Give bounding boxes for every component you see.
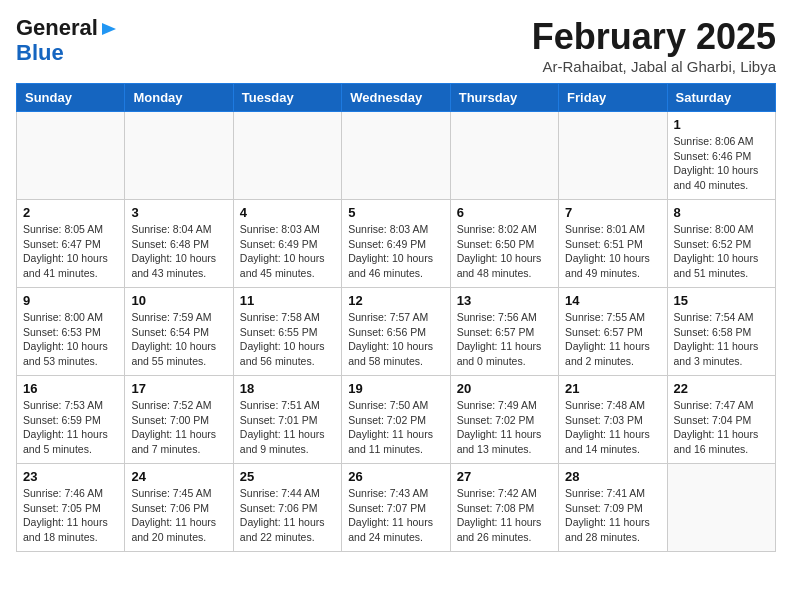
weekday-header: Thursday bbox=[450, 84, 558, 112]
calendar-table: SundayMondayTuesdayWednesdayThursdayFrid… bbox=[16, 83, 776, 552]
day-number: 26 bbox=[348, 469, 443, 484]
day-info: Sunrise: 7:54 AM Sunset: 6:58 PM Dayligh… bbox=[674, 310, 769, 369]
day-number: 5 bbox=[348, 205, 443, 220]
day-number: 16 bbox=[23, 381, 118, 396]
calendar-cell bbox=[667, 464, 775, 552]
weekday-header: Wednesday bbox=[342, 84, 450, 112]
day-number: 11 bbox=[240, 293, 335, 308]
calendar-cell: 16Sunrise: 7:53 AM Sunset: 6:59 PM Dayli… bbox=[17, 376, 125, 464]
day-info: Sunrise: 7:50 AM Sunset: 7:02 PM Dayligh… bbox=[348, 398, 443, 457]
calendar-cell: 20Sunrise: 7:49 AM Sunset: 7:02 PM Dayli… bbox=[450, 376, 558, 464]
day-info: Sunrise: 8:04 AM Sunset: 6:48 PM Dayligh… bbox=[131, 222, 226, 281]
calendar-cell: 4Sunrise: 8:03 AM Sunset: 6:49 PM Daylig… bbox=[233, 200, 341, 288]
day-info: Sunrise: 8:00 AM Sunset: 6:53 PM Dayligh… bbox=[23, 310, 118, 369]
calendar-header-row: SundayMondayTuesdayWednesdayThursdayFrid… bbox=[17, 84, 776, 112]
calendar-week-row: 1Sunrise: 8:06 AM Sunset: 6:46 PM Daylig… bbox=[17, 112, 776, 200]
calendar-cell: 2Sunrise: 8:05 AM Sunset: 6:47 PM Daylig… bbox=[17, 200, 125, 288]
day-number: 2 bbox=[23, 205, 118, 220]
weekday-header: Friday bbox=[559, 84, 667, 112]
day-number: 19 bbox=[348, 381, 443, 396]
calendar-cell: 22Sunrise: 7:47 AM Sunset: 7:04 PM Dayli… bbox=[667, 376, 775, 464]
day-number: 17 bbox=[131, 381, 226, 396]
calendar-cell: 27Sunrise: 7:42 AM Sunset: 7:08 PM Dayli… bbox=[450, 464, 558, 552]
calendar-cell: 25Sunrise: 7:44 AM Sunset: 7:06 PM Dayli… bbox=[233, 464, 341, 552]
day-number: 22 bbox=[674, 381, 769, 396]
month-title: February 2025 bbox=[532, 16, 776, 58]
day-info: Sunrise: 7:46 AM Sunset: 7:05 PM Dayligh… bbox=[23, 486, 118, 545]
calendar-cell bbox=[17, 112, 125, 200]
calendar-cell: 28Sunrise: 7:41 AM Sunset: 7:09 PM Dayli… bbox=[559, 464, 667, 552]
weekday-header: Tuesday bbox=[233, 84, 341, 112]
calendar-week-row: 2Sunrise: 8:05 AM Sunset: 6:47 PM Daylig… bbox=[17, 200, 776, 288]
logo-blue: Blue bbox=[16, 40, 64, 65]
calendar-cell: 15Sunrise: 7:54 AM Sunset: 6:58 PM Dayli… bbox=[667, 288, 775, 376]
day-number: 23 bbox=[23, 469, 118, 484]
day-info: Sunrise: 7:57 AM Sunset: 6:56 PM Dayligh… bbox=[348, 310, 443, 369]
calendar-cell: 5Sunrise: 8:03 AM Sunset: 6:49 PM Daylig… bbox=[342, 200, 450, 288]
calendar-cell: 23Sunrise: 7:46 AM Sunset: 7:05 PM Dayli… bbox=[17, 464, 125, 552]
day-number: 9 bbox=[23, 293, 118, 308]
day-number: 3 bbox=[131, 205, 226, 220]
day-info: Sunrise: 7:59 AM Sunset: 6:54 PM Dayligh… bbox=[131, 310, 226, 369]
day-info: Sunrise: 8:02 AM Sunset: 6:50 PM Dayligh… bbox=[457, 222, 552, 281]
day-number: 20 bbox=[457, 381, 552, 396]
title-block: February 2025 Ar-Rahaibat, Jabal al Ghar… bbox=[532, 16, 776, 75]
weekday-header: Monday bbox=[125, 84, 233, 112]
calendar-cell bbox=[125, 112, 233, 200]
day-info: Sunrise: 7:41 AM Sunset: 7:09 PM Dayligh… bbox=[565, 486, 660, 545]
calendar-cell: 19Sunrise: 7:50 AM Sunset: 7:02 PM Dayli… bbox=[342, 376, 450, 464]
calendar-cell bbox=[450, 112, 558, 200]
calendar-week-row: 23Sunrise: 7:46 AM Sunset: 7:05 PM Dayli… bbox=[17, 464, 776, 552]
day-info: Sunrise: 7:58 AM Sunset: 6:55 PM Dayligh… bbox=[240, 310, 335, 369]
calendar-cell: 21Sunrise: 7:48 AM Sunset: 7:03 PM Dayli… bbox=[559, 376, 667, 464]
calendar-cell: 3Sunrise: 8:04 AM Sunset: 6:48 PM Daylig… bbox=[125, 200, 233, 288]
svg-marker-0 bbox=[102, 23, 116, 35]
calendar-cell: 8Sunrise: 8:00 AM Sunset: 6:52 PM Daylig… bbox=[667, 200, 775, 288]
logo-flag-icon bbox=[100, 21, 118, 41]
day-info: Sunrise: 8:05 AM Sunset: 6:47 PM Dayligh… bbox=[23, 222, 118, 281]
calendar-cell: 7Sunrise: 8:01 AM Sunset: 6:51 PM Daylig… bbox=[559, 200, 667, 288]
day-number: 1 bbox=[674, 117, 769, 132]
calendar-cell: 14Sunrise: 7:55 AM Sunset: 6:57 PM Dayli… bbox=[559, 288, 667, 376]
day-number: 18 bbox=[240, 381, 335, 396]
calendar-cell: 6Sunrise: 8:02 AM Sunset: 6:50 PM Daylig… bbox=[450, 200, 558, 288]
day-info: Sunrise: 7:49 AM Sunset: 7:02 PM Dayligh… bbox=[457, 398, 552, 457]
day-info: Sunrise: 7:43 AM Sunset: 7:07 PM Dayligh… bbox=[348, 486, 443, 545]
day-number: 12 bbox=[348, 293, 443, 308]
day-info: Sunrise: 7:48 AM Sunset: 7:03 PM Dayligh… bbox=[565, 398, 660, 457]
calendar-cell: 24Sunrise: 7:45 AM Sunset: 7:06 PM Dayli… bbox=[125, 464, 233, 552]
day-info: Sunrise: 8:06 AM Sunset: 6:46 PM Dayligh… bbox=[674, 134, 769, 193]
calendar-cell: 10Sunrise: 7:59 AM Sunset: 6:54 PM Dayli… bbox=[125, 288, 233, 376]
logo: General Blue bbox=[16, 16, 118, 65]
calendar-cell: 18Sunrise: 7:51 AM Sunset: 7:01 PM Dayli… bbox=[233, 376, 341, 464]
day-info: Sunrise: 7:52 AM Sunset: 7:00 PM Dayligh… bbox=[131, 398, 226, 457]
day-info: Sunrise: 7:44 AM Sunset: 7:06 PM Dayligh… bbox=[240, 486, 335, 545]
day-info: Sunrise: 8:00 AM Sunset: 6:52 PM Dayligh… bbox=[674, 222, 769, 281]
calendar-cell: 1Sunrise: 8:06 AM Sunset: 6:46 PM Daylig… bbox=[667, 112, 775, 200]
day-info: Sunrise: 8:03 AM Sunset: 6:49 PM Dayligh… bbox=[240, 222, 335, 281]
calendar-cell: 9Sunrise: 8:00 AM Sunset: 6:53 PM Daylig… bbox=[17, 288, 125, 376]
day-info: Sunrise: 7:53 AM Sunset: 6:59 PM Dayligh… bbox=[23, 398, 118, 457]
calendar-cell: 26Sunrise: 7:43 AM Sunset: 7:07 PM Dayli… bbox=[342, 464, 450, 552]
day-number: 7 bbox=[565, 205, 660, 220]
calendar-cell: 13Sunrise: 7:56 AM Sunset: 6:57 PM Dayli… bbox=[450, 288, 558, 376]
day-number: 4 bbox=[240, 205, 335, 220]
calendar-cell: 17Sunrise: 7:52 AM Sunset: 7:00 PM Dayli… bbox=[125, 376, 233, 464]
logo-general: General bbox=[16, 15, 98, 40]
day-info: Sunrise: 7:56 AM Sunset: 6:57 PM Dayligh… bbox=[457, 310, 552, 369]
day-info: Sunrise: 8:01 AM Sunset: 6:51 PM Dayligh… bbox=[565, 222, 660, 281]
day-info: Sunrise: 7:42 AM Sunset: 7:08 PM Dayligh… bbox=[457, 486, 552, 545]
weekday-header: Sunday bbox=[17, 84, 125, 112]
day-info: Sunrise: 7:55 AM Sunset: 6:57 PM Dayligh… bbox=[565, 310, 660, 369]
day-info: Sunrise: 8:03 AM Sunset: 6:49 PM Dayligh… bbox=[348, 222, 443, 281]
day-info: Sunrise: 7:51 AM Sunset: 7:01 PM Dayligh… bbox=[240, 398, 335, 457]
day-number: 10 bbox=[131, 293, 226, 308]
day-number: 8 bbox=[674, 205, 769, 220]
page-header: General Blue February 2025 Ar-Rahaibat, … bbox=[16, 16, 776, 75]
calendar-cell: 11Sunrise: 7:58 AM Sunset: 6:55 PM Dayli… bbox=[233, 288, 341, 376]
weekday-header: Saturday bbox=[667, 84, 775, 112]
day-number: 27 bbox=[457, 469, 552, 484]
day-number: 24 bbox=[131, 469, 226, 484]
calendar-cell bbox=[342, 112, 450, 200]
day-info: Sunrise: 7:47 AM Sunset: 7:04 PM Dayligh… bbox=[674, 398, 769, 457]
